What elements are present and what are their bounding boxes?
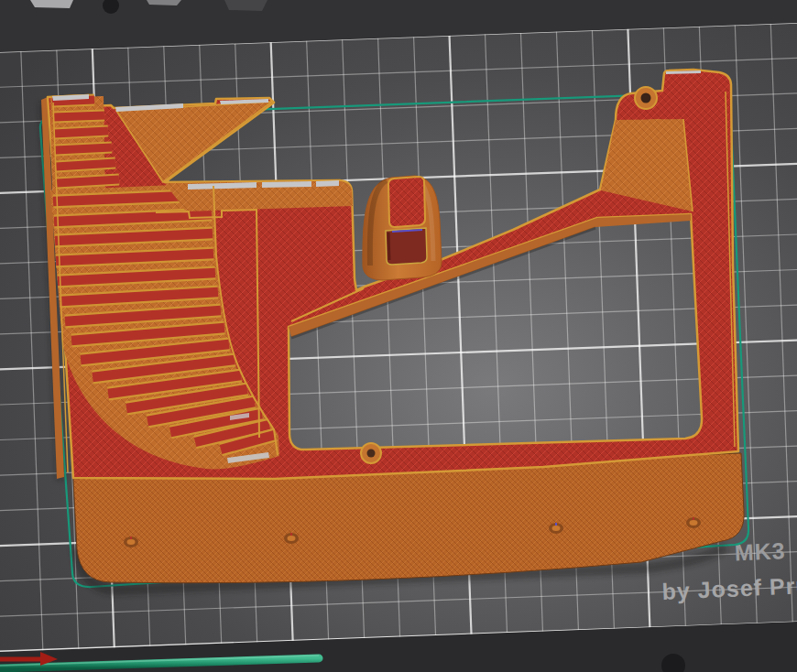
dome-opening (386, 228, 427, 265)
viewport-canvas: MK3 by Josef Pru (0, 0, 797, 672)
screw-boss-bottom-rail (361, 443, 381, 463)
screw-boss-top-right (635, 87, 657, 109)
distant-object-1 (30, 0, 73, 8)
distant-object-3 (224, 0, 267, 11)
dome-boss (363, 176, 442, 280)
slicer-3d-viewport[interactable]: MK3 by Josef Pru (0, 0, 797, 672)
dome-cap (388, 177, 425, 227)
